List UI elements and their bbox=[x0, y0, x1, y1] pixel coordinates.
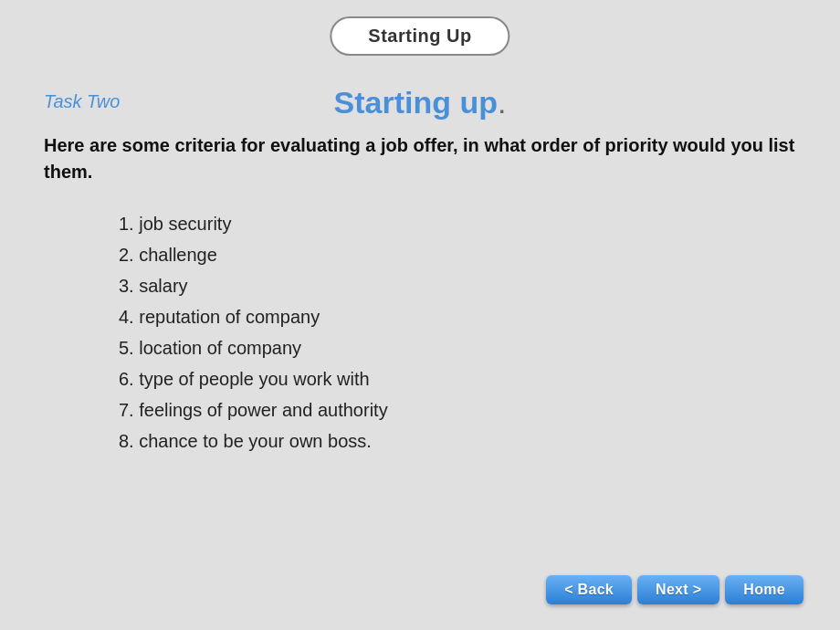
page-title-period: . bbox=[498, 85, 506, 120]
back-button[interactable]: < Back bbox=[546, 575, 632, 604]
task-label: Task Two bbox=[44, 91, 120, 112]
page-title-text: Starting up bbox=[334, 85, 498, 120]
task-description: Here are some criteria for evaluating a … bbox=[44, 132, 796, 185]
list-item: 4. reputation of company bbox=[119, 303, 388, 331]
list-item: 7. feelings of power and authority bbox=[119, 396, 388, 424]
next-button[interactable]: Next > bbox=[637, 575, 719, 604]
list-item: 2. challenge bbox=[119, 241, 388, 268]
list-item: 8. chance to be your own boss. bbox=[119, 427, 388, 455]
header-badge: Starting Up bbox=[330, 16, 509, 56]
home-button[interactable]: Home bbox=[725, 575, 803, 604]
list-item: 3. salary bbox=[119, 272, 388, 299]
list-item: 5. location of company bbox=[119, 334, 388, 362]
criteria-list: 1. job security2. challenge3. salary4. r… bbox=[119, 210, 388, 458]
bottom-navigation: < Back Next > Home bbox=[546, 575, 803, 604]
list-item: 6. type of people you work with bbox=[119, 365, 388, 393]
page-title: Starting up. bbox=[334, 85, 507, 121]
list-item: 1. job security bbox=[119, 210, 388, 237]
